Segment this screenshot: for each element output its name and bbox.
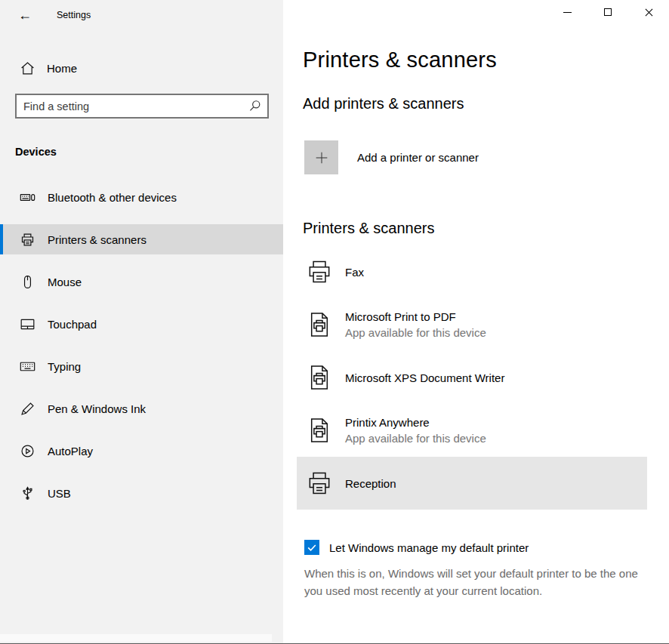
autoplay-icon <box>19 442 35 459</box>
sidebar-item-pen[interactable]: Pen & Windows Ink <box>0 393 283 424</box>
default-printer-description: When this is on, Windows will set your d… <box>304 565 650 599</box>
sidebar-item-label: Printers & scanners <box>48 233 146 246</box>
printer-row-ms-xps-writer[interactable]: Microsoft XPS Document Writer <box>297 351 647 404</box>
printer-row-ms-print-to-pdf[interactable]: Microsoft Print to PDF App available for… <box>297 298 647 351</box>
printer-text: Microsoft Print to PDF App available for… <box>345 310 486 339</box>
printer-text: Microsoft XPS Document Writer <box>345 371 504 384</box>
usb-icon <box>19 485 35 501</box>
printer-row-printix-anywhere[interactable]: Printix Anywhere App available for this … <box>297 404 647 457</box>
sidebar-item-label: Mouse <box>48 276 82 288</box>
sidebar-item-bluetooth[interactable]: Bluetooth & other devices <box>0 182 283 212</box>
sidebar-item-mouse[interactable]: Mouse <box>0 267 283 297</box>
printer-name: Fax <box>345 266 364 279</box>
sidebar-item-usb[interactable]: USB <box>0 478 283 508</box>
app-title: Settings <box>57 10 91 20</box>
sidebar: ← Settings Home Devices <box>0 0 283 643</box>
printer-app-icon <box>304 362 334 393</box>
sidebar-horizontal-scrollbar[interactable] <box>0 634 272 642</box>
window-controls <box>547 0 669 24</box>
add-printer-button[interactable] <box>304 140 338 174</box>
page-title: Printers & scanners <box>303 48 669 72</box>
printer-icon <box>19 231 35 248</box>
minimize-icon <box>563 12 572 13</box>
mouse-icon <box>19 273 35 290</box>
sidebar-item-printers[interactable]: Printers & scanners <box>0 224 283 254</box>
maximize-icon <box>604 8 612 16</box>
main-content: Printers & scanners Add printers & scann… <box>283 0 669 643</box>
home-label: Home <box>47 62 77 75</box>
plus-icon <box>313 149 330 166</box>
sidebar-nav: Bluetooth & other devices Printers & sca… <box>0 182 283 508</box>
printer-row-reception[interactable]: Reception <box>297 457 647 510</box>
printer-name: Reception <box>345 477 396 490</box>
printer-name: Microsoft XPS Document Writer <box>345 371 504 384</box>
sidebar-item-typing[interactable]: Typing <box>0 351 283 381</box>
search-icon[interactable] <box>242 99 267 113</box>
sidebar-item-autoplay[interactable]: AutoPlay <box>0 436 283 466</box>
home-icon <box>19 60 35 76</box>
printer-text: Printix Anywhere App available for this … <box>345 416 486 445</box>
add-printer-label: Add a printer or scanner <box>357 151 479 164</box>
search-box <box>15 94 269 119</box>
touchpad-icon <box>19 316 35 332</box>
printer-icon <box>304 468 334 498</box>
close-icon <box>645 8 653 17</box>
pen-icon <box>19 400 35 417</box>
minimize-button[interactable] <box>547 0 587 24</box>
search-input[interactable] <box>17 95 242 117</box>
printer-status: App available for this device <box>345 326 486 339</box>
add-section-heading: Add printers & scanners <box>303 95 669 112</box>
printer-text: Reception <box>345 477 396 490</box>
printer-list: Fax Microsoft Print to PDF App available… <box>297 245 647 510</box>
sidebar-content: Home Devices Bluetooth & other devices <box>0 0 283 508</box>
sidebar-item-label: USB <box>48 487 71 500</box>
sidebar-item-label: Typing <box>48 360 81 373</box>
settings-window: ← Settings Home Devices <box>0 0 669 644</box>
close-button[interactable] <box>628 0 669 24</box>
printer-name: Microsoft Print to PDF <box>345 310 486 323</box>
sidebar-item-label: AutoPlay <box>48 445 93 458</box>
sidebar-item-label: Bluetooth & other devices <box>48 191 177 204</box>
sidebar-section-label: Devices <box>15 146 283 158</box>
back-button[interactable]: ← <box>9 4 41 26</box>
default-printer-section: Let Windows manage my default printer Wh… <box>304 540 669 599</box>
sidebar-item-home[interactable]: Home <box>0 53 283 83</box>
bluetooth-devices-icon <box>19 189 35 205</box>
default-printer-checkbox[interactable] <box>304 540 319 555</box>
maximize-button[interactable] <box>587 0 628 24</box>
printer-name: Printix Anywhere <box>345 416 486 429</box>
printer-icon <box>304 257 334 287</box>
default-printer-checkbox-label: Let Windows manage my default printer <box>329 541 529 554</box>
printer-status: App available for this device <box>345 432 486 445</box>
printer-row-fax[interactable]: Fax <box>297 245 647 298</box>
default-printer-checkbox-row: Let Windows manage my default printer <box>304 540 669 555</box>
sidebar-item-label: Touchpad <box>48 318 97 331</box>
printer-app-icon <box>304 310 334 340</box>
printers-section-heading: Printers & scanners <box>303 220 669 237</box>
printer-text: Fax <box>345 266 364 279</box>
add-printer-row: Add a printer or scanner <box>304 140 669 174</box>
sidebar-item-touchpad[interactable]: Touchpad <box>0 309 283 339</box>
checkmark-icon <box>306 541 318 553</box>
sidebar-item-label: Pen & Windows Ink <box>48 402 146 415</box>
printer-app-icon <box>304 415 334 445</box>
keyboard-icon <box>19 358 35 374</box>
